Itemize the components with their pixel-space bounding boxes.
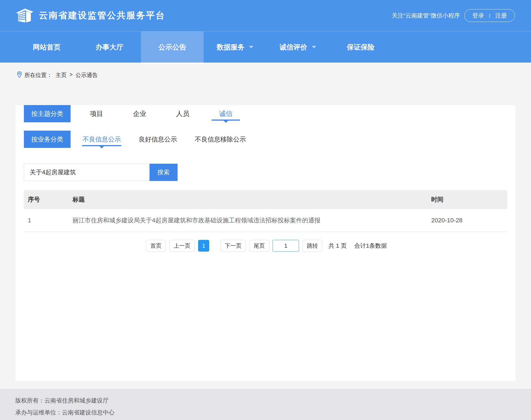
page-jump-button[interactable]: 跳转 — [302, 240, 322, 252]
tab-enterprises[interactable]: 企业 — [118, 105, 161, 122]
tab-bad-info-removal-publicity[interactable]: 不良信息移除公示 — [194, 131, 246, 148]
chevron-down-icon — [249, 46, 253, 48]
nav-item-service-hall[interactable]: 办事大厅 — [78, 31, 141, 63]
search-button[interactable]: 搜索 — [149, 164, 178, 181]
breadcrumb-current: 公示通告 — [76, 71, 98, 79]
active-tab-indicator — [82, 145, 121, 146]
nav-item-guarantee-insurance[interactable]: 保证保险 — [329, 31, 392, 63]
search-bar: 搜索 — [24, 164, 507, 181]
auth-pill: 登录 | 注册 — [464, 9, 515, 22]
building-logo-icon — [16, 8, 34, 23]
nav-item-announcements[interactable]: 公示公告 — [141, 31, 204, 63]
filter-row-topic: 按主题分类 项目 企业 人员 诚信 — [24, 105, 507, 122]
row-title-link[interactable]: 丽江市住房和城乡建设局关于4起房屋建筑和市政基础设施工程领域违法招标投标案件的通… — [73, 216, 431, 225]
app-header: 云南省建设监管公共服务平台 关注“云南建管”微信小程序 登录 | 注册 — [0, 0, 531, 31]
footer-icp-number: 备案号：滇ICP备12000504号-5 — [15, 418, 531, 420]
nav-item-data-services[interactable]: 数据服务 — [204, 31, 266, 63]
content-card: 按主题分类 项目 企业 人员 诚信 按业务分类 不良信息公示 — [16, 105, 515, 381]
table-header-row: 序号 标题 时间 — [24, 190, 507, 209]
column-header-time: 时间 — [431, 195, 507, 204]
chevron-down-icon — [312, 46, 316, 48]
total-pages-text: 共 1 页 — [328, 242, 346, 249]
column-header-seq: 序号 — [24, 195, 73, 204]
nav-item-home[interactable]: 网站首页 — [15, 31, 78, 63]
total-records-text: 合计1条数据 — [354, 242, 387, 249]
nav-item-credit-evaluation[interactable]: 诚信评价 — [266, 31, 329, 63]
results-table: 序号 标题 时间 1 丽江市住房和城乡建设局关于4起房屋建筑和市政基础设施工程领… — [24, 190, 507, 232]
location-pin-icon — [17, 71, 22, 78]
login-button[interactable]: 登录 — [472, 12, 484, 19]
filter-row-business: 按业务分类 不良信息公示 良好信息公示 不良信息移除公示 — [24, 131, 507, 148]
footer-operator: 承办与运维单位：云南省建设信息中心 — [15, 406, 531, 418]
active-tab-indicator — [211, 120, 240, 121]
last-page-button[interactable]: 尾页 — [249, 240, 269, 252]
tab-personnel[interactable]: 人员 — [161, 105, 204, 122]
table-row: 1 丽江市住房和城乡建设局关于4起房屋建筑和市政基础设施工程领域违法招标投标案件… — [24, 209, 507, 232]
search-input[interactable] — [24, 164, 149, 181]
main-nav: 网站首页 办事大厅 公示公告 数据服务 诚信评价 保证保险 — [0, 31, 531, 63]
row-seq: 1 — [24, 217, 73, 224]
site-title: 云南省建设监管公共服务平台 — [39, 9, 165, 22]
business-category-button[interactable]: 按业务分类 — [24, 131, 71, 148]
register-button[interactable]: 注册 — [495, 12, 507, 19]
next-page-button[interactable]: 下一页 — [220, 240, 246, 252]
topic-category-button[interactable]: 按主题分类 — [24, 105, 71, 122]
site-logo[interactable]: 云南省建设监管公共服务平台 — [16, 8, 165, 23]
auth-divider: | — [489, 13, 490, 18]
breadcrumb: 所在位置： 主页 > 公示通告 — [0, 63, 531, 88]
page-footer: 版权所有：云南省住房和城乡建设厅 承办与运维单位：云南省建设信息中心 备案号：滇… — [0, 389, 531, 420]
page-jump-input[interactable] — [273, 240, 299, 252]
breadcrumb-home-link[interactable]: 主页 — [56, 71, 67, 79]
column-header-title: 标题 — [73, 195, 431, 204]
footer-copyright: 版权所有：云南省住房和城乡建设厅 — [15, 394, 531, 406]
row-date: 2020-10-28 — [431, 217, 507, 224]
tab-bad-info-publicity[interactable]: 不良信息公示 — [82, 131, 121, 148]
prev-page-button[interactable]: 上一页 — [169, 240, 195, 252]
tab-good-info-publicity[interactable]: 良好信息公示 — [138, 131, 178, 148]
current-page-button[interactable]: 1 — [198, 240, 209, 252]
breadcrumb-prefix: 所在位置： — [24, 71, 52, 79]
wechat-miniprogram-note: 关注“云南建管”微信小程序 — [392, 12, 460, 19]
tab-credit[interactable]: 诚信 — [204, 105, 247, 122]
tab-projects[interactable]: 项目 — [75, 105, 118, 122]
first-page-button[interactable]: 首页 — [146, 240, 166, 252]
breadcrumb-separator: > — [69, 71, 73, 78]
pagination: 首页 上一页 1 下一页 尾页 跳转 共 1 页 合计1条数据 — [24, 240, 507, 252]
